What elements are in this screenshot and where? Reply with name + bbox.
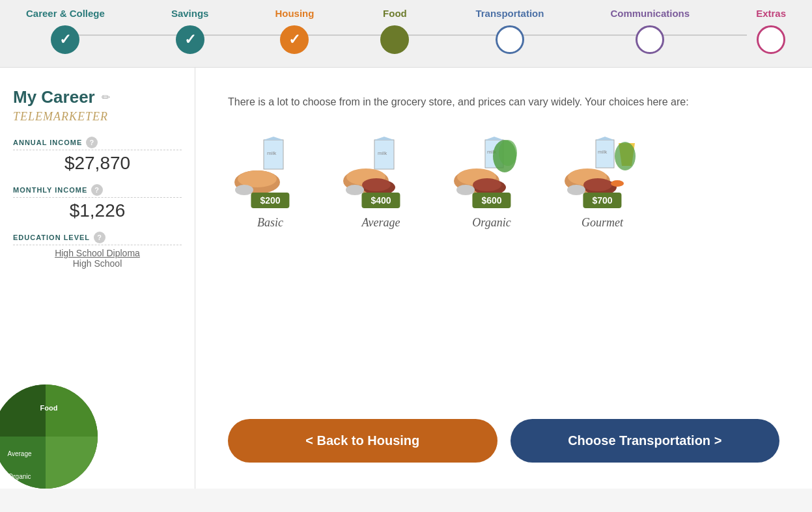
svg-marker-5 bbox=[264, 137, 283, 140]
career-title: My Career bbox=[13, 87, 95, 107]
annual-income-value: $27,870 bbox=[13, 153, 182, 174]
monthly-income-block: MONTHLY INCOME ? $1,226 bbox=[13, 184, 182, 221]
nav-label-career-college: Career & College bbox=[26, 8, 105, 19]
food-label-gourmet: Gourmet bbox=[581, 216, 623, 230]
nav-step-transportation[interactable]: Transportation bbox=[475, 8, 544, 54]
food-price-average: $400 bbox=[361, 193, 400, 208]
budget-pie-chart: Food Average Organic bbox=[0, 371, 111, 489]
svg-text:Food: Food bbox=[40, 404, 58, 412]
nav-circle-savings: ✓ bbox=[176, 25, 204, 54]
check-icon-housing: ✓ bbox=[288, 31, 300, 48]
monthly-income-value: $1,226 bbox=[13, 200, 182, 221]
svg-point-36 bbox=[583, 178, 612, 191]
back-to-housing-button[interactable]: < Back to Housing bbox=[228, 419, 497, 463]
food-option-average[interactable]: milk $400 Average bbox=[339, 137, 423, 230]
nav-step-communications[interactable]: Communications bbox=[610, 8, 690, 54]
nav-step-career-college[interactable]: Career & College ✓ bbox=[26, 8, 105, 54]
sidebar: My Career ✏ TELEMARKETER ANNUAL INCOME ?… bbox=[0, 68, 195, 489]
career-subtitle: TELEMARKETER bbox=[13, 110, 182, 124]
nav-circle-extras bbox=[757, 25, 785, 54]
svg-text:milk: milk bbox=[378, 150, 387, 156]
annual-income-block: ANNUAL INCOME ? $27,870 bbox=[13, 137, 182, 174]
content-area: There is a lot to choose from in the gro… bbox=[195, 68, 812, 489]
top-navigation: Career & College ✓ Savings ✓ Housing ✓ F… bbox=[0, 0, 812, 68]
nav-circle-career-college: ✓ bbox=[51, 25, 79, 54]
check-icon: ✓ bbox=[59, 31, 71, 48]
annual-income-label: ANNUAL INCOME ? bbox=[13, 137, 182, 150]
food-label-basic: Basic bbox=[257, 216, 283, 230]
nav-circle-housing: ✓ bbox=[280, 25, 309, 54]
food-image-average: milk $400 bbox=[339, 137, 423, 208]
svg-point-16 bbox=[362, 178, 391, 191]
monthly-income-label: MONTHLY INCOME ? bbox=[13, 184, 182, 198]
svg-text:Organic: Organic bbox=[8, 473, 31, 480]
nav-circle-food bbox=[380, 25, 409, 54]
nav-label-housing: Housing bbox=[275, 8, 314, 19]
nav-circle-communications bbox=[636, 25, 664, 54]
food-option-organic[interactable]: milk $600 Organic bbox=[449, 137, 534, 230]
svg-marker-11 bbox=[374, 137, 394, 140]
edit-icon[interactable]: ✏ bbox=[102, 91, 110, 103]
annual-income-help-icon[interactable]: ? bbox=[86, 137, 98, 148]
food-price-basic: $200 bbox=[251, 193, 289, 208]
education-type: High School bbox=[13, 258, 182, 269]
svg-marker-19 bbox=[485, 137, 503, 140]
career-header: My Career ✏ bbox=[13, 87, 182, 107]
nav-step-housing[interactable]: Housing ✓ bbox=[275, 8, 314, 54]
nav-step-extras[interactable]: Extras bbox=[756, 8, 786, 54]
education-level-label: EDUCATION LEVEL ? bbox=[13, 232, 182, 245]
svg-text:milk: milk bbox=[267, 150, 277, 156]
svg-text:Average: Average bbox=[7, 450, 32, 457]
food-price-gourmet: $700 bbox=[583, 193, 621, 208]
nav-label-food: Food bbox=[383, 8, 407, 19]
food-image-organic: milk $600 bbox=[449, 137, 534, 208]
nav-circle-transportation bbox=[496, 25, 524, 54]
food-option-basic[interactable]: milk $200 Basic bbox=[228, 137, 313, 230]
check-icon-savings: ✓ bbox=[184, 31, 196, 48]
education-block: EDUCATION LEVEL ? High School Diploma Hi… bbox=[13, 232, 182, 269]
nav-label-extras: Extras bbox=[756, 8, 786, 19]
intro-text: There is a lot to choose from in the gro… bbox=[228, 94, 749, 111]
food-image-basic: milk $200 bbox=[228, 137, 313, 208]
education-name[interactable]: High School Diploma bbox=[13, 248, 182, 258]
food-price-organic: $600 bbox=[472, 193, 511, 208]
food-image-gourmet: milk bbox=[560, 137, 645, 208]
svg-point-26 bbox=[473, 178, 501, 191]
nav-label-communications: Communications bbox=[610, 8, 690, 19]
svg-point-22 bbox=[499, 140, 517, 166]
nav-label-transportation: Transportation bbox=[475, 8, 544, 19]
nav-step-food[interactable]: Food bbox=[380, 8, 409, 54]
food-label-organic: Organic bbox=[472, 216, 511, 230]
main-layout: My Career ✏ TELEMARKETER ANNUAL INCOME ?… bbox=[0, 68, 812, 489]
food-option-gourmet[interactable]: milk bbox=[560, 137, 645, 230]
food-options-container: milk $200 Basic m bbox=[228, 137, 779, 230]
svg-marker-29 bbox=[596, 137, 614, 140]
nav-label-savings: Savings bbox=[171, 8, 209, 19]
svg-point-37 bbox=[611, 180, 624, 187]
navigation-buttons: < Back to Housing Choose Transportation … bbox=[228, 419, 779, 463]
food-label-average: Average bbox=[362, 216, 400, 230]
nav-step-savings[interactable]: Savings ✓ bbox=[171, 8, 209, 54]
svg-text:milk: milk bbox=[598, 149, 608, 155]
svg-point-32 bbox=[615, 142, 636, 170]
monthly-income-help-icon[interactable]: ? bbox=[91, 184, 103, 196]
education-help-icon[interactable]: ? bbox=[94, 232, 105, 243]
choose-transportation-button[interactable]: Choose Transportation > bbox=[511, 419, 780, 463]
